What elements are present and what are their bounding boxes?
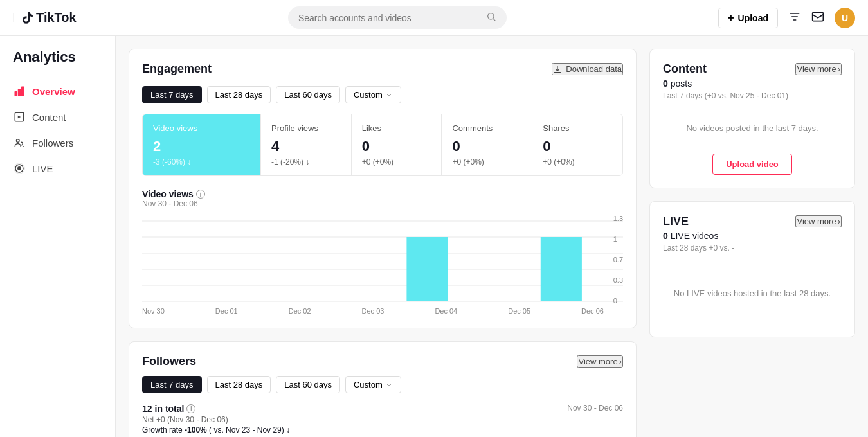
bar-dec04 (406, 237, 448, 301)
sidebar-item-content[interactable]: Content (0, 104, 115, 130)
sidebar-followers-label: Followers (32, 138, 73, 148)
content-panel-title: Content (663, 62, 707, 76)
content-view-more[interactable]: View more › (795, 63, 842, 75)
search-bar[interactable] (288, 6, 507, 29)
metric-shares: Shares 0 +0 (+0%) (532, 114, 622, 175)
engagement-time-filters: Last 7 days Last 28 days Last 60 days Cu… (142, 86, 623, 103)
live-chevron-icon: › (838, 217, 840, 226)
filter-custom[interactable]: Custom (345, 86, 401, 103)
sidebar-content-label: Content (32, 112, 66, 123)
header-actions: + Upload U (718, 8, 855, 28)
search-input[interactable] (298, 13, 481, 23)
logo[interactable]:  TikTok (13, 10, 77, 26)
followers-filter-custom[interactable]: Custom (345, 376, 401, 393)
overview-icon (13, 85, 26, 98)
content-empty-state: No videos posted in the last 7 days. (663, 111, 842, 146)
chart-svg (142, 215, 623, 305)
sidebar: Analytics Overview Content Followers LIV… (0, 36, 116, 437)
sidebar-title: Analytics (0, 49, 115, 78)
chevron-right-icon: › (619, 357, 622, 366)
followers-card: Followers View more › Last 7 days Last 2… (129, 341, 637, 437)
followers-icon (13, 136, 26, 149)
filter-7days[interactable]: Last 7 days (142, 86, 202, 103)
svg-rect-1 (813, 12, 824, 21)
filter-60days[interactable]: Last 60 days (276, 86, 340, 103)
filter-icon[interactable] (788, 10, 801, 25)
tiktok-music-icon (21, 11, 35, 25)
metric-comments: Comments 0 +0 (+0%) (441, 114, 532, 175)
metric-profile-views: Profile views 4 -1 (-20%) ↓ (260, 114, 351, 175)
content-chevron-icon: › (838, 64, 840, 74)
bar-dec06 (541, 237, 582, 301)
live-videos-count: 0 (663, 231, 668, 241)
live-icon (13, 162, 26, 175)
followers-view-more[interactable]: View more › (577, 355, 623, 368)
main-content: Engagement Download data Last 7 days Las… (116, 36, 868, 437)
tiktok-logo-icon:  (13, 10, 18, 26)
video-views-chart: Video views i Nov 30 - Dec 06 (142, 189, 623, 315)
followers-info-icon: i (186, 404, 195, 413)
metrics-row: Video views 2 -3 (-60%) ↓ Profile views … (142, 114, 623, 176)
live-panel: LIVE View more › 0 LIVE videos Last 28 d… (649, 201, 855, 337)
content-panel: Content View more › 0 posts Last 7 days … (649, 49, 855, 188)
followers-filter-7days[interactable]: Last 7 days (142, 376, 202, 393)
message-icon[interactable] (811, 10, 824, 25)
posts-subtitle: Last 7 days (+0 vs. Nov 25 - Dec 01) (663, 91, 842, 100)
live-empty-state: No LIVE videos hosted in the last 28 day… (663, 263, 842, 324)
live-videos-label: LIVE videos (671, 231, 719, 241)
y-axis: 1.3 1 0.7 0.3 0 (608, 215, 623, 305)
sidebar-item-live[interactable]: LIVE (0, 156, 115, 181)
avatar[interactable]: U (835, 8, 855, 28)
engagement-title: Engagement (142, 62, 212, 76)
engagement-card: Engagement Download data Last 7 days Las… (129, 49, 637, 328)
main-right: Content View more › 0 posts Last 7 days … (649, 49, 855, 437)
content-icon (13, 111, 26, 123)
followers-growth: Growth rate -100% ( vs. Nov 23 - Nov 29)… (142, 425, 290, 434)
followers-time-filters: Last 7 days Last 28 days Last 60 days Cu… (142, 376, 623, 393)
svg-rect-4 (21, 87, 24, 96)
metric-video-views: Video views 2 -3 (-60%) ↓ (143, 114, 260, 175)
followers-date-range: Nov 30 - Dec 06 (567, 404, 623, 413)
sidebar-item-overview[interactable]: Overview (0, 78, 115, 104)
logo-text: TikTok (36, 10, 77, 25)
header:  TikTok + Upload U (0, 0, 868, 36)
svg-point-7 (17, 166, 21, 170)
posts-count: 0 (663, 78, 668, 89)
followers-net: Net +0 (Nov 30 - Dec 06) (142, 415, 290, 424)
plus-icon: + (728, 12, 734, 24)
metric-likes: Likes 0 +0 (+0%) (351, 114, 442, 175)
download-button[interactable]: Download data (552, 63, 623, 75)
followers-filter-28days[interactable]: Last 28 days (207, 376, 271, 393)
svg-rect-2 (15, 91, 18, 96)
posts-label: posts (671, 78, 692, 89)
followers-title: Followers (142, 355, 196, 368)
followers-total-label: in total (155, 404, 185, 414)
sidebar-overview-label: Overview (32, 86, 75, 97)
svg-point-6 (17, 139, 20, 143)
sidebar-item-followers[interactable]: Followers (0, 130, 115, 156)
upload-video-button[interactable]: Upload video (712, 154, 792, 175)
main-left: Engagement Download data Last 7 days Las… (129, 49, 637, 437)
filter-28days[interactable]: Last 28 days (207, 86, 271, 103)
x-axis: Nov 30 Dec 01 Dec 02 Dec 03 Dec 04 Dec 0… (142, 307, 623, 315)
search-icon (486, 12, 496, 24)
live-view-more[interactable]: View more › (795, 215, 842, 227)
followers-total: 12 (142, 404, 152, 414)
live-subtitle: Last 28 days +0 vs. - (663, 244, 842, 253)
followers-stats: 12 in total i Net +0 (Nov 30 - Dec 06) G… (142, 404, 290, 434)
svg-rect-3 (18, 89, 21, 96)
upload-button[interactable]: + Upload (718, 8, 778, 28)
followers-filter-60days[interactable]: Last 60 days (276, 376, 340, 393)
info-icon: i (196, 190, 205, 199)
live-panel-title: LIVE (663, 215, 689, 228)
sidebar-live-label: LIVE (32, 163, 53, 174)
